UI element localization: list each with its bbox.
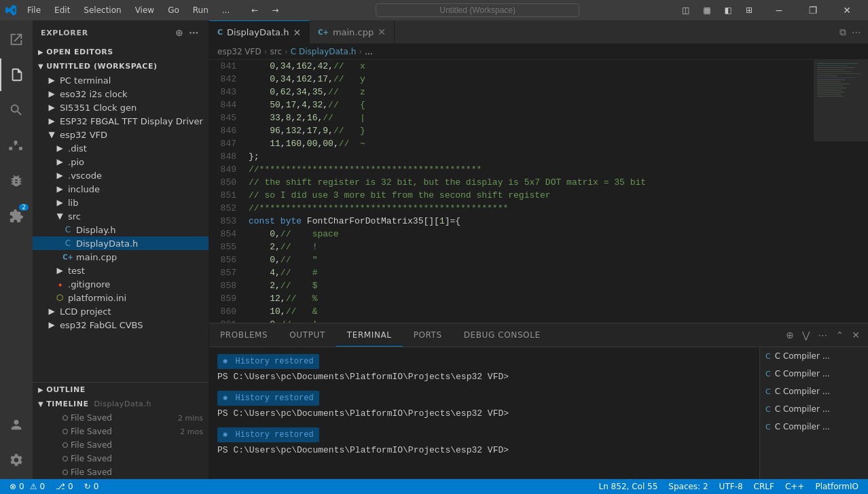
code-line[interactable]: 0,34,162,42,// x	[249, 60, 814, 73]
menu-more[interactable]: ...	[217, 4, 235, 16]
menu-view[interactable]: View	[130, 4, 160, 16]
activity-extensions[interactable]: 2	[0, 200, 33, 232]
code-line[interactable]: 0,// space	[249, 228, 814, 241]
tab-displaydata[interactable]: C DisplayData.h ✕	[209, 20, 310, 43]
code-line[interactable]: 12,// %	[249, 292, 814, 305]
timeline-item-1[interactable]: File Saved 2 mos	[33, 425, 209, 438]
restore-button[interactable]: ❐	[797, 0, 829, 20]
panel-maximize-btn[interactable]: ⌃	[833, 328, 847, 342]
panel-tab-terminal[interactable]: TERMINAL	[336, 323, 403, 347]
sidebar-item-src[interactable]: ▼ src	[33, 209, 209, 223]
sidebar-item-esp32fabgl[interactable]: ▶ esp32 FabGL CVBS	[33, 318, 209, 332]
panel-tab-ports[interactable]: PORTS	[403, 323, 453, 347]
activity-accounts[interactable]	[0, 408, 33, 441]
menu-edit[interactable]: Edit	[49, 4, 75, 16]
code-line[interactable]: 0,// '	[249, 318, 814, 323]
status-branch[interactable]: ⎇ 0	[52, 479, 77, 494]
code-line[interactable]: 10,// &	[249, 305, 814, 318]
code-line[interactable]: //**************************************…	[249, 163, 814, 176]
sidebar-item-esp32fbgal[interactable]: ▶ ESP32 FBGAL TFT Display Driver	[33, 114, 209, 128]
status-spaces[interactable]: Spaces: 2	[664, 479, 712, 494]
code-line[interactable]: 50,17,4,32,// {	[249, 99, 814, 111]
code-line[interactable]: 33,8,2,16,// |	[249, 111, 814, 124]
code-line[interactable]: // so I did use 3 more bit from the seco…	[249, 189, 814, 202]
breadcrumb-file[interactable]: C DisplayData.h	[291, 47, 357, 56]
code-line[interactable]: 0,// "	[249, 253, 814, 266]
menu-file[interactable]: File	[22, 4, 46, 16]
activity-debug[interactable]	[0, 164, 33, 197]
activity-files[interactable]	[0, 58, 33, 91]
minimap[interactable]	[814, 60, 868, 323]
sidebar-item-gitignore[interactable]: ⬥ .gitignore	[33, 277, 209, 291]
status-language[interactable]: C++	[781, 479, 809, 494]
layout-sidebar-toggle[interactable]: ◫	[676, 4, 695, 16]
terminal-list-item-0[interactable]: C C Compiler ...	[760, 347, 868, 365]
sidebar-item-displaydatah[interactable]: C DisplayData.h	[33, 236, 209, 250]
code-line[interactable]: 2,// $	[249, 279, 814, 292]
sidebar-item-displayh[interactable]: C Display.h	[33, 223, 209, 236]
terminal-list-item-2[interactable]: C C Compiler ...	[760, 383, 868, 400]
menu-run[interactable]: Run	[187, 4, 214, 16]
activity-search[interactable]	[0, 94, 33, 126]
breadcrumb-symbol[interactable]: ...	[365, 47, 372, 56]
status-platform[interactable]: PlatformIO	[811, 479, 863, 494]
code-line[interactable]: 4,// #	[249, 266, 814, 279]
breadcrumb-workspace[interactable]: esp32 VFD	[217, 47, 261, 56]
panel-close-btn[interactable]: ✕	[849, 328, 863, 342]
timeline-item-0[interactable]: File Saved 2 mins	[33, 411, 209, 425]
tab-close-btn[interactable]: ✕	[378, 27, 386, 37]
workspace-search[interactable]	[376, 3, 579, 17]
terminal-list-item-3[interactable]: C C Compiler ...	[760, 400, 868, 418]
panel-tab-problems[interactable]: PROBLEMS	[209, 323, 278, 347]
status-sync[interactable]: ↻ 0	[80, 479, 103, 494]
nav-back[interactable]: ←	[246, 4, 264, 16]
terminal-content[interactable]: ✱ History restored PS C:\Users\pc\Docume…	[209, 347, 759, 479]
sidebar-item-dist[interactable]: ▶ .dist	[33, 141, 209, 155]
terminal-list-item-1[interactable]: C C Compiler ...	[760, 365, 868, 383]
split-editor-btn[interactable]: ⧉	[838, 25, 848, 39]
panel-tab-debug[interactable]: DEBUG CONSOLE	[453, 323, 551, 347]
code-line[interactable]: 96,132,17,9,// }	[249, 124, 814, 137]
more-actions-btn[interactable]: ⋯	[187, 26, 200, 39]
tab-maincpp[interactable]: C+ main.cpp ✕	[310, 20, 395, 43]
code-line[interactable]: };	[249, 150, 814, 163]
code-line[interactable]: 0,34,162,17,// y	[249, 73, 814, 86]
menu-go[interactable]: Go	[162, 4, 185, 16]
sidebar-item-include[interactable]: ▶ include	[33, 182, 209, 196]
sidebar-item-esp32vfd[interactable]: ▼ esp32 VFD	[33, 128, 209, 141]
status-line-ending[interactable]: CRLF	[750, 479, 778, 494]
sidebar-item-test[interactable]: ▶ test	[33, 264, 209, 277]
timeline-header[interactable]: ▼ TIMELINE DisplayData.h	[33, 397, 209, 411]
timeline-item-2[interactable]: File Saved	[33, 438, 209, 452]
sidebar-item-vscode[interactable]: ▶ .vscode	[33, 169, 209, 182]
outline-header[interactable]: ▶ OUTLINE	[33, 383, 209, 397]
layout-split[interactable]: ◧	[719, 4, 738, 16]
split-terminal-btn[interactable]: ⋁	[799, 328, 812, 342]
terminal-more-btn[interactable]: ⋯	[816, 328, 831, 342]
sidebar-item-platformio[interactable]: ⬡ platformio.ini	[33, 291, 209, 304]
code-line[interactable]: // the shift register is 32 bit, but the…	[249, 176, 814, 189]
terminal-list-item-4[interactable]: C C Compiler ...	[760, 418, 868, 436]
code-line[interactable]: const byte FontCharForDotMatrix35[][1]={	[249, 215, 814, 228]
sidebar-item-maincpp[interactable]: C+ main.cpp	[33, 250, 209, 264]
sidebar-item-pc-terminal[interactable]: ▶ PC terminal	[33, 73, 209, 87]
open-editors-header[interactable]: ▶ OPEN EDITORS	[33, 45, 209, 59]
layout-panel-toggle[interactable]: ▦	[698, 4, 716, 16]
status-errors[interactable]: ⊗ 0 ⚠ 0	[5, 479, 49, 494]
new-file-btn[interactable]: ⊕	[174, 26, 185, 39]
code-line[interactable]: //**************************************…	[249, 202, 814, 215]
new-terminal-btn[interactable]: ⊕	[783, 328, 797, 342]
layout-customize[interactable]: ⊞	[740, 4, 758, 16]
breadcrumb-src[interactable]: src	[270, 47, 283, 56]
timeline-item-3[interactable]: File Saved	[33, 452, 209, 465]
sidebar-item-si5351[interactable]: ▶ SI5351 Clock gen	[33, 101, 209, 114]
close-button[interactable]: ✕	[831, 0, 863, 20]
activity-source-control[interactable]	[0, 129, 33, 162]
sidebar-item-eso32[interactable]: ▶ eso32 i2s clock	[33, 87, 209, 101]
tab-close-btn[interactable]: ✕	[293, 27, 301, 38]
activity-explorer[interactable]	[0, 23, 33, 56]
workspace-header[interactable]: ▼ UNTITLED (WORKSPACE)	[33, 59, 209, 73]
timeline-item-4[interactable]: File Saved	[33, 465, 209, 479]
sidebar-item-lcdproject[interactable]: ▶ LCD project	[33, 304, 209, 318]
editor-more-btn[interactable]: ⋯	[850, 25, 863, 39]
